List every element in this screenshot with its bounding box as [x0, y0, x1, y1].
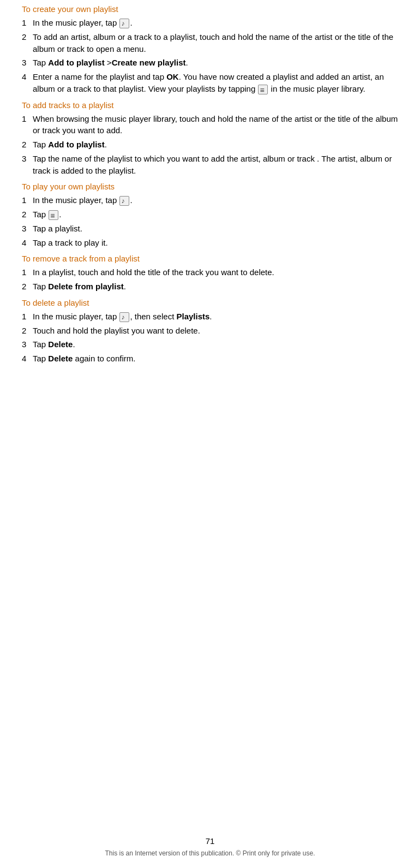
steps-list-remove: 1 In a playlist, touch and hold the titl… — [22, 266, 398, 293]
step-content: Tap the name of the playlist to which yo… — [33, 153, 398, 177]
step-number: 3 — [22, 223, 33, 235]
section-create-playlist: To create your own playlist 1 In the mus… — [22, 4, 398, 95]
step-content: In the music player, tap . — [33, 194, 398, 206]
step-content: In a playlist, touch and hold the title … — [33, 266, 398, 278]
step-content: Enter a name for the playlist and tap OK… — [33, 71, 398, 95]
music-note-icon — [119, 19, 129, 28]
page-content: To create your own playlist 1 In the mus… — [0, 0, 420, 403]
list-item: 1 In a playlist, touch and hold the titl… — [22, 266, 398, 278]
list-item: 2 To add an artist, album or a track to … — [22, 31, 398, 55]
page-footer: 71 This is an Internet version of this p… — [0, 836, 420, 857]
step-number: 1 — [22, 311, 33, 323]
list-item: 3 Tap a playlist. — [22, 223, 398, 235]
step-number: 4 — [22, 237, 33, 249]
steps-list-delete: 1 In the music player, tap , then select… — [22, 311, 398, 365]
list-item: 2 Touch and hold the playlist you want t… — [22, 325, 398, 337]
step-number: 2 — [22, 325, 33, 337]
section-delete-playlist: To delete a playlist 1 In the music play… — [22, 298, 398, 365]
step-number: 2 — [22, 31, 33, 55]
list-item: 2 Tap Delete from playlist. — [22, 281, 398, 293]
step-content: In the music player, tap . — [33, 17, 398, 29]
section-title-play: To play your own playlists — [22, 182, 398, 191]
list-item: 1 In the music player, tap , then select… — [22, 311, 398, 323]
section-title-add-tracks: To add tracks to a playlist — [22, 100, 398, 110]
list-item: 1 When browsing the music player library… — [22, 113, 398, 137]
footer-text: This is an Internet version of this publ… — [105, 849, 315, 857]
music-note-icon — [119, 312, 129, 322]
step-content: Tap a track to play it. — [33, 237, 398, 249]
step-content: Tap a playlist. — [33, 223, 398, 235]
step-number: 3 — [22, 338, 33, 350]
section-remove-track: To remove a track from a playlist 1 In a… — [22, 254, 398, 293]
list-item: 3 Tap Delete. — [22, 338, 398, 350]
step-number: 2 — [22, 209, 33, 221]
step-content: Tap Delete from playlist. — [33, 281, 398, 293]
section-play-playlists: To play your own playlists 1 In the musi… — [22, 182, 398, 248]
list-item: 2 Tap . — [22, 209, 398, 221]
step-content: Tap Add to playlist >Create new playlist… — [33, 57, 398, 69]
step-content: When browsing the music player library, … — [33, 113, 398, 137]
list-item: 4 Enter a name for the playlist and tap … — [22, 71, 398, 95]
list-item: 2 Tap Add to playlist. — [22, 139, 398, 151]
step-number: 2 — [22, 139, 33, 151]
step-number: 4 — [22, 353, 33, 365]
playlist-icon — [258, 85, 268, 94]
step-number: 3 — [22, 153, 33, 177]
step-number: 1 — [22, 266, 33, 278]
step-number: 4 — [22, 71, 33, 95]
list-item: 1 In the music player, tap . — [22, 194, 398, 206]
step-number: 2 — [22, 281, 33, 293]
step-number: 1 — [22, 113, 33, 137]
step-number: 3 — [22, 57, 33, 69]
section-title-delete: To delete a playlist — [22, 298, 398, 307]
playlist-icon — [49, 210, 58, 220]
step-content: Touch and hold the playlist you want to … — [33, 325, 398, 337]
page-number: 71 — [0, 836, 420, 846]
list-item: 4 Tap Delete again to confirm. — [22, 353, 398, 365]
step-content: Tap Delete. — [33, 338, 398, 350]
steps-list-play: 1 In the music player, tap . 2 Tap . 3 T… — [22, 194, 398, 248]
step-content: To add an artist, album or a track to a … — [33, 31, 398, 55]
step-content: In the music player, tap , then select P… — [33, 311, 398, 323]
section-title-create: To create your own playlist — [22, 4, 398, 14]
step-content: Tap Delete again to confirm. — [33, 353, 398, 365]
step-content: Tap Add to playlist. — [33, 139, 398, 151]
step-number: 1 — [22, 17, 33, 29]
list-item: 3 Tap Add to playlist >Create new playli… — [22, 57, 398, 69]
list-item: 4 Tap a track to play it. — [22, 237, 398, 249]
step-content: Tap . — [33, 209, 398, 221]
music-note-icon — [119, 196, 129, 206]
steps-list-create: 1 In the music player, tap . 2 To add an… — [22, 17, 398, 95]
steps-list-add-tracks: 1 When browsing the music player library… — [22, 113, 398, 177]
list-item: 1 In the music player, tap . — [22, 17, 398, 29]
section-title-remove: To remove a track from a playlist — [22, 254, 398, 263]
step-number: 1 — [22, 194, 33, 206]
section-add-tracks: To add tracks to a playlist 1 When brows… — [22, 100, 398, 177]
list-item: 3 Tap the name of the playlist to which … — [22, 153, 398, 177]
